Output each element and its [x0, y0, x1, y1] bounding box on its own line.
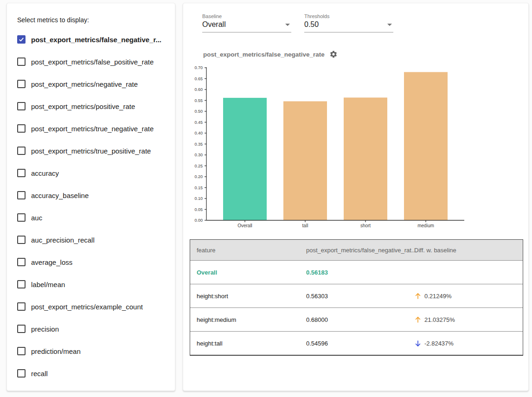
svg-text:0.45: 0.45 — [194, 120, 203, 125]
checkbox-unchecked-icon[interactable] — [17, 102, 26, 110]
table-body: Overall0.56183height:short0.563030.21249… — [190, 260, 523, 355]
metric-detail-panel: Baseline Overall Thresholds 0.50 post_ex… — [183, 3, 529, 391]
metric-value-cell: 0.68000 — [306, 316, 414, 323]
metric-item-label: post_export_metrics/true_negative_rate — [31, 125, 154, 133]
checkbox-unchecked-icon[interactable] — [17, 147, 26, 155]
metric-item-label: prediction/mean — [31, 347, 81, 355]
checkbox-unchecked-icon[interactable] — [17, 280, 26, 288]
metric-item-label: recall — [31, 370, 48, 378]
svg-text:0.10: 0.10 — [194, 196, 203, 201]
svg-text:0.20: 0.20 — [194, 174, 203, 179]
metric-item-auc-precision-recall[interactable]: auc_precision_recall — [16, 229, 166, 251]
svg-text:0.05: 0.05 — [194, 207, 203, 212]
metric-item-label: auc_precision_recall — [31, 236, 95, 244]
down-arrow-icon — [414, 339, 422, 347]
checkbox-unchecked-icon[interactable] — [17, 236, 26, 244]
chevron-down-icon — [387, 24, 392, 26]
table-header-row: feature post_export_metrics/false_negati… — [190, 240, 523, 260]
svg-text:Overall: Overall — [237, 223, 252, 228]
metric-item-label: post_export_metrics/true_positive_rate — [31, 147, 151, 155]
svg-text:short: short — [360, 223, 371, 228]
svg-text:0.35: 0.35 — [194, 142, 203, 147]
controls-row: Baseline Overall Thresholds 0.50 — [202, 13, 528, 32]
metric-item-post-export-metrics-false-positive-rate[interactable]: post_export_metrics/false_positive_rate — [16, 51, 166, 73]
table-header-feature: feature — [197, 247, 306, 254]
up-arrow-icon — [414, 292, 422, 300]
table-row-height-tall: height:tall0.54596-2.82437% — [190, 331, 523, 355]
bar-tall[interactable] — [283, 101, 327, 220]
baseline-select[interactable]: Baseline Overall — [202, 13, 291, 32]
metric-selector-title: Select metrics to display: — [17, 16, 166, 24]
thresholds-select-label: Thresholds — [304, 13, 393, 19]
table-header-metric: post_export_metrics/false_negative_rat..… — [306, 247, 414, 254]
thresholds-select[interactable]: Thresholds 0.50 — [304, 13, 393, 32]
metric-item-accuracy-baseline[interactable]: accuracy_baseline — [16, 184, 166, 206]
bar-short[interactable] — [344, 97, 387, 220]
checkbox-unchecked-icon[interactable] — [17, 124, 26, 133]
metric-item-label: accuracy — [31, 169, 59, 177]
chart-header: post_export_metrics/false_negative_rate — [203, 50, 528, 58]
checkbox-checked-icon[interactable] — [17, 35, 26, 44]
svg-text:0.00: 0.00 — [194, 218, 203, 223]
svg-text:0.60: 0.60 — [194, 87, 203, 92]
metric-value-cell: 0.54596 — [306, 340, 414, 347]
checkbox-unchecked-icon[interactable] — [17, 191, 26, 199]
checkbox-unchecked-icon[interactable] — [17, 258, 26, 266]
checkbox-unchecked-icon[interactable] — [17, 169, 26, 177]
checkbox-unchecked-icon[interactable] — [17, 369, 26, 378]
up-arrow-icon — [414, 316, 422, 324]
svg-text:0.25: 0.25 — [194, 164, 203, 168]
metric-item-auc[interactable]: auc — [16, 206, 166, 229]
metric-item-post-export-metrics-negative-rate[interactable]: post_export_metrics/negative_rate — [16, 73, 166, 95]
table-header-diff: Diff. w. baseline — [414, 247, 523, 254]
metric-value-cell: 0.56303 — [306, 293, 414, 300]
metric-list: post_export_metrics/false_negative_r...p… — [16, 28, 166, 384]
metric-item-label: label/mean — [31, 281, 65, 288]
bar-overall[interactable] — [223, 98, 267, 220]
gear-icon[interactable] — [329, 50, 338, 58]
checkbox-unchecked-icon[interactable] — [17, 347, 26, 355]
checkbox-unchecked-icon[interactable] — [17, 213, 26, 222]
metric-item-recall[interactable]: recall — [16, 362, 166, 384]
checkbox-unchecked-icon[interactable] — [17, 80, 26, 88]
svg-text:tall: tall — [302, 223, 308, 228]
checkbox-unchecked-icon[interactable] — [17, 58, 26, 66]
metric-item-average-loss[interactable]: average_loss — [16, 251, 166, 273]
svg-text:0.65: 0.65 — [194, 77, 203, 81]
checkbox-unchecked-icon[interactable] — [17, 302, 26, 311]
metric-item-post-export-metrics-false-negative-r[interactable]: post_export_metrics/false_negative_r... — [16, 28, 166, 51]
metric-item-post-export-metrics-true-negative-rate[interactable]: post_export_metrics/true_negative_rate — [16, 117, 166, 140]
metric-item-label: precision — [31, 325, 59, 333]
bar-chart: 0.000.050.100.150.200.250.300.350.400.45… — [190, 64, 528, 232]
metric-value-cell: 0.56183 — [306, 269, 414, 276]
metric-item-post-export-metrics-positive-rate[interactable]: post_export_metrics/positive_rate — [16, 95, 166, 117]
bar-chart-svg: 0.000.050.100.150.200.250.300.350.400.45… — [190, 64, 468, 230]
metric-item-post-export-metrics-true-positive-rate[interactable]: post_export_metrics/true_positive_rate — [16, 140, 166, 162]
diff-cell: 0.21249% — [414, 292, 523, 300]
svg-text:medium: medium — [417, 223, 434, 228]
diff-cell: 21.03275% — [414, 316, 523, 324]
svg-text:0.30: 0.30 — [194, 153, 203, 157]
diff-cell: -2.82437% — [414, 339, 523, 347]
fairness-indicators-page: Select metrics to display: post_export_m… — [0, 0, 532, 394]
metric-item-label: post_export_metrics/positive_rate — [31, 102, 135, 110]
diff-value: -2.82437% — [424, 340, 454, 347]
diff-value: 21.03275% — [424, 316, 455, 323]
table-row-height-short: height:short0.563030.21249% — [190, 284, 523, 307]
feature-cell: height:medium — [197, 316, 306, 323]
metric-item-prediction-mean[interactable]: prediction/mean — [16, 340, 166, 362]
checkbox-unchecked-icon[interactable] — [17, 325, 26, 333]
bar-medium[interactable] — [404, 72, 448, 220]
svg-text:0.50: 0.50 — [194, 109, 203, 114]
svg-text:0.70: 0.70 — [194, 65, 203, 70]
metric-item-label-mean[interactable]: label/mean — [16, 273, 166, 295]
metric-item-post-export-metrics-example-count[interactable]: post_export_metrics/example_count — [16, 295, 166, 318]
metric-item-precision[interactable]: precision — [16, 318, 166, 340]
feature-cell: Overall — [197, 269, 306, 276]
chevron-down-icon — [285, 24, 290, 26]
diff-value: 0.21249% — [424, 293, 452, 300]
metric-item-accuracy[interactable]: accuracy — [16, 162, 166, 184]
thresholds-select-value: 0.50 — [304, 20, 393, 29]
metric-item-label: post_export_metrics/false_positive_rate — [31, 58, 154, 66]
baseline-select-label: Baseline — [202, 13, 291, 19]
